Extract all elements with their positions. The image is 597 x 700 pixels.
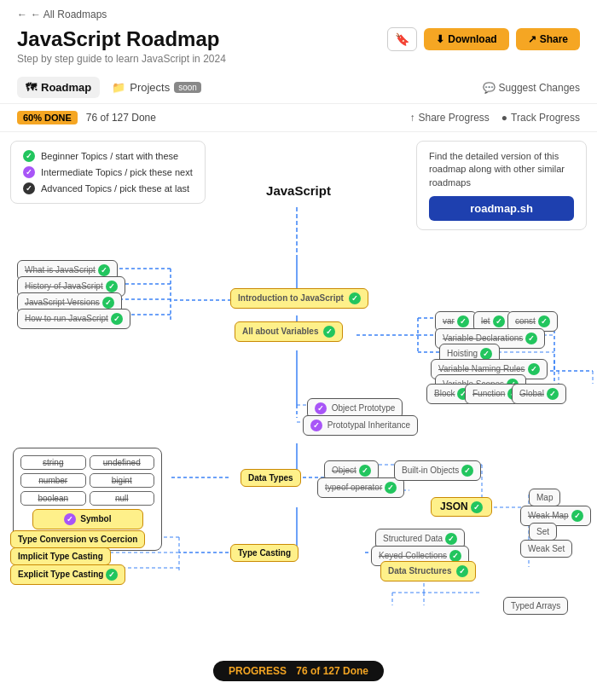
node-set[interactable]: Set <box>529 523 557 541</box>
node-bigint[interactable]: bigint <box>90 473 155 488</box>
roadmap-canvas: ✓ Beginner Topics / start with these ✓ I… <box>0 132 597 695</box>
legend-box: ✓ Beginner Topics / start with these ✓ I… <box>10 141 206 204</box>
page-subtitle: Step by step guide to learn JavaScript i… <box>17 53 226 65</box>
node-type-conversion[interactable]: Type Conversion vs Coercion <box>10 530 145 548</box>
page-title: JavaScript Roadmap <box>17 27 226 51</box>
node-typeof[interactable]: typeof operator✓ <box>317 477 404 498</box>
projects-badge: soon <box>174 82 201 93</box>
node-map[interactable]: Map <box>529 489 560 506</box>
back-link[interactable]: ← ← All Roadmaps <box>17 9 580 20</box>
share-icon: ↗ <box>528 33 536 45</box>
node-data-types[interactable]: Data Types <box>241 469 301 487</box>
tab-projects[interactable]: 📁 Projects soon <box>103 77 210 98</box>
download-button[interactable]: ⬇ Download <box>424 28 508 50</box>
suggest-changes-link[interactable]: 💬 Suggest Changes <box>483 82 580 94</box>
node-number[interactable]: number <box>20 473 86 488</box>
node-javascript-title: JavaScript <box>252 183 345 198</box>
projects-icon: 📁 <box>112 81 125 94</box>
legend-advanced: Advanced Topics / pick these at last <box>41 183 189 194</box>
roadmap-icon: 🗺 <box>26 81 37 94</box>
node-all-about-variables[interactable]: All about Variables ✓ <box>235 321 343 342</box>
chat-icon: 💬 <box>483 82 496 94</box>
bookmark-button[interactable]: 🔖 <box>387 27 417 51</box>
node-null[interactable]: null <box>90 491 155 506</box>
download-icon: ⬇ <box>436 33 444 45</box>
find-box-text: Find the detailed version of this roadma… <box>429 150 574 189</box>
legend-beginner: Beginner Topics / start with these <box>41 151 178 161</box>
node-typed-arrays[interactable]: Typed Arrays <box>503 597 568 615</box>
tab-roadmap[interactable]: 🗺 Roadmap <box>17 77 100 98</box>
find-box: Find the detailed version of this roadma… <box>416 141 587 230</box>
node-prototypal-inheritance[interactable]: ✓ Prototypal Inheritance <box>303 415 418 436</box>
track-progress-link[interactable]: ● Track Progress <box>501 112 580 124</box>
progress-badge: 60% DONE <box>17 111 78 124</box>
node-symbol[interactable]: ✓ Symbol <box>20 509 154 529</box>
node-intro-js[interactable]: Introduction to JavaScript ✓ <box>230 288 368 309</box>
roadmap-sh-button[interactable]: roadmap.sh <box>429 196 574 221</box>
node-json[interactable]: JSON✓ <box>431 497 492 517</box>
share-button[interactable]: ↗ Share <box>516 28 580 50</box>
node-global-scope[interactable]: Global✓ <box>512 384 566 404</box>
node-weak-set[interactable]: Weak Set <box>520 540 572 558</box>
node-type-casting[interactable]: Type Casting <box>230 544 298 562</box>
node-built-in-objects[interactable]: Built-in Objects✓ <box>394 460 481 481</box>
track-icon: ● <box>501 112 507 124</box>
legend-intermediate: Intermediate Topics / pick these next <box>41 167 193 177</box>
node-undefined[interactable]: undefined <box>90 455 155 470</box>
share-progress-icon: ↑ <box>409 112 414 124</box>
node-implicit-casting[interactable]: Implicit Type Casting <box>10 547 111 565</box>
progress-text: 76 of 127 Done <box>86 112 156 124</box>
back-arrow-icon: ← <box>17 9 27 20</box>
node-how-to-run[interactable]: How to run JavaScript✓ <box>17 309 130 329</box>
node-data-structures[interactable]: Data Structures ✓ <box>380 561 476 581</box>
progress-pill: PROGRESS 76 of 127 Done <box>213 661 384 681</box>
node-boolean[interactable]: boolean <box>20 491 86 506</box>
node-explicit-casting[interactable]: Explicit Type Casting✓ <box>10 564 125 585</box>
node-string[interactable]: string <box>20 455 86 470</box>
share-progress-link[interactable]: ↑ Share Progress <box>409 112 489 124</box>
